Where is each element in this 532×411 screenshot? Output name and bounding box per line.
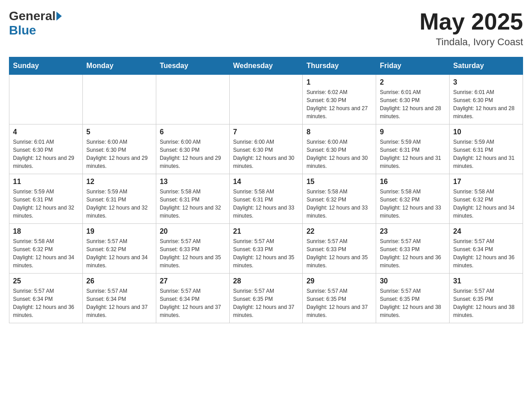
day-info: Sunrise: 5:59 AMSunset: 6:31 PMDaylight:… xyxy=(380,138,446,170)
day-info: Sunrise: 6:00 AMSunset: 6:30 PMDaylight:… xyxy=(233,138,299,170)
day-number: 20 xyxy=(160,227,226,235)
calendar-cell: 4Sunrise: 6:01 AMSunset: 6:30 PMDaylight… xyxy=(9,124,83,174)
day-number: 22 xyxy=(306,227,372,235)
calendar-cell: 2Sunrise: 6:01 AMSunset: 6:30 PMDaylight… xyxy=(376,75,450,124)
day-number: 28 xyxy=(233,277,299,285)
day-number: 9 xyxy=(380,128,446,136)
location-title: Tindala, Ivory Coast xyxy=(420,36,523,48)
day-info: Sunrise: 5:58 AMSunset: 6:32 PMDaylight:… xyxy=(13,237,79,270)
calendar-cell: 29Sunrise: 5:57 AMSunset: 6:35 PMDayligh… xyxy=(303,274,376,323)
calendar-table: SundayMondayTuesdayWednesdayThursdayFrid… xyxy=(9,57,523,323)
calendar-cell: 12Sunrise: 5:59 AMSunset: 6:31 PMDayligh… xyxy=(82,174,156,224)
day-info: Sunrise: 6:00 AMSunset: 6:30 PMDaylight:… xyxy=(86,138,152,170)
day-info: Sunrise: 5:57 AMSunset: 6:33 PMDaylight:… xyxy=(380,237,446,270)
calendar-cell: 13Sunrise: 5:58 AMSunset: 6:31 PMDayligh… xyxy=(156,174,229,224)
day-info: Sunrise: 5:58 AMSunset: 6:31 PMDaylight:… xyxy=(160,188,226,220)
day-info: Sunrise: 5:59 AMSunset: 6:31 PMDaylight:… xyxy=(453,138,519,170)
day-number: 17 xyxy=(453,178,519,186)
calendar-header-row: SundayMondayTuesdayWednesdayThursdayFrid… xyxy=(9,57,523,75)
day-info: Sunrise: 5:57 AMSunset: 6:33 PMDaylight:… xyxy=(233,237,299,270)
calendar-cell: 16Sunrise: 5:58 AMSunset: 6:32 PMDayligh… xyxy=(376,174,450,224)
calendar-cell: 11Sunrise: 5:59 AMSunset: 6:31 PMDayligh… xyxy=(9,174,83,224)
calendar-cell: 5Sunrise: 6:00 AMSunset: 6:30 PMDaylight… xyxy=(82,124,156,174)
page-header: General Blue May 2025 Tindala, Ivory Coa… xyxy=(9,9,523,48)
calendar-cell: 6Sunrise: 6:00 AMSunset: 6:30 PMDaylight… xyxy=(156,124,229,174)
day-info: Sunrise: 5:57 AMSunset: 6:35 PMDaylight:… xyxy=(306,287,372,319)
day-info: Sunrise: 5:57 AMSunset: 6:34 PMDaylight:… xyxy=(160,287,226,319)
day-info: Sunrise: 6:01 AMSunset: 6:30 PMDaylight:… xyxy=(453,88,519,120)
day-info: Sunrise: 5:57 AMSunset: 6:34 PMDaylight:… xyxy=(13,287,79,319)
calendar-week-row: 18Sunrise: 5:58 AMSunset: 6:32 PMDayligh… xyxy=(9,224,523,274)
day-number: 14 xyxy=(233,178,299,186)
day-number: 13 xyxy=(160,178,226,186)
day-number: 26 xyxy=(86,277,152,285)
title-block: May 2025 Tindala, Ivory Coast xyxy=(420,9,523,48)
calendar-cell xyxy=(9,75,83,124)
day-number: 8 xyxy=(306,128,372,136)
day-info: Sunrise: 5:57 AMSunset: 6:32 PMDaylight:… xyxy=(86,237,152,270)
calendar-cell: 31Sunrise: 5:57 AMSunset: 6:35 PMDayligh… xyxy=(450,274,523,323)
calendar-cell: 30Sunrise: 5:57 AMSunset: 6:35 PMDayligh… xyxy=(376,274,450,323)
calendar-cell: 23Sunrise: 5:57 AMSunset: 6:33 PMDayligh… xyxy=(376,224,450,274)
day-info: Sunrise: 5:57 AMSunset: 6:34 PMDaylight:… xyxy=(453,237,519,270)
day-number: 19 xyxy=(86,227,152,235)
logo: General Blue xyxy=(9,9,63,38)
calendar-cell: 20Sunrise: 5:57 AMSunset: 6:33 PMDayligh… xyxy=(156,224,229,274)
day-info: Sunrise: 5:57 AMSunset: 6:33 PMDaylight:… xyxy=(160,237,226,270)
day-number: 31 xyxy=(453,277,519,285)
day-info: Sunrise: 5:58 AMSunset: 6:32 PMDaylight:… xyxy=(380,188,446,220)
calendar-day-header: Monday xyxy=(82,57,156,75)
day-info: Sunrise: 5:57 AMSunset: 6:35 PMDaylight:… xyxy=(453,287,519,319)
logo-blue-text: Blue xyxy=(9,23,36,37)
day-number: 5 xyxy=(86,128,152,136)
day-info: Sunrise: 6:02 AMSunset: 6:30 PMDaylight:… xyxy=(306,88,372,120)
calendar-cell: 24Sunrise: 5:57 AMSunset: 6:34 PMDayligh… xyxy=(450,224,523,274)
calendar-day-header: Tuesday xyxy=(156,57,229,75)
calendar-cell: 15Sunrise: 5:58 AMSunset: 6:32 PMDayligh… xyxy=(303,174,376,224)
day-info: Sunrise: 5:57 AMSunset: 6:34 PMDaylight:… xyxy=(86,287,152,319)
calendar-day-header: Friday xyxy=(376,57,450,75)
calendar-cell: 22Sunrise: 5:57 AMSunset: 6:33 PMDayligh… xyxy=(303,224,376,274)
calendar-cell: 7Sunrise: 6:00 AMSunset: 6:30 PMDaylight… xyxy=(229,124,303,174)
calendar-cell: 25Sunrise: 5:57 AMSunset: 6:34 PMDayligh… xyxy=(9,274,83,323)
calendar-week-row: 1Sunrise: 6:02 AMSunset: 6:30 PMDaylight… xyxy=(9,75,523,124)
calendar-cell: 17Sunrise: 5:58 AMSunset: 6:32 PMDayligh… xyxy=(450,174,523,224)
day-number: 15 xyxy=(306,178,372,186)
day-number: 30 xyxy=(380,277,446,285)
calendar-cell: 26Sunrise: 5:57 AMSunset: 6:34 PMDayligh… xyxy=(82,274,156,323)
calendar-cell: 21Sunrise: 5:57 AMSunset: 6:33 PMDayligh… xyxy=(229,224,303,274)
day-info: Sunrise: 6:00 AMSunset: 6:30 PMDaylight:… xyxy=(160,138,226,170)
day-info: Sunrise: 5:59 AMSunset: 6:31 PMDaylight:… xyxy=(86,188,152,220)
day-number: 23 xyxy=(380,227,446,235)
day-number: 7 xyxy=(233,128,299,136)
day-number: 18 xyxy=(13,227,79,235)
calendar-cell: 9Sunrise: 5:59 AMSunset: 6:31 PMDaylight… xyxy=(376,124,450,174)
calendar-cell: 28Sunrise: 5:57 AMSunset: 6:35 PMDayligh… xyxy=(229,274,303,323)
logo-arrow-icon xyxy=(56,12,62,21)
day-number: 3 xyxy=(453,78,519,86)
day-number: 25 xyxy=(13,277,79,285)
day-info: Sunrise: 5:57 AMSunset: 6:33 PMDaylight:… xyxy=(306,237,372,270)
calendar-day-header: Sunday xyxy=(9,57,83,75)
day-number: 1 xyxy=(306,78,372,86)
day-info: Sunrise: 5:58 AMSunset: 6:31 PMDaylight:… xyxy=(233,188,299,220)
day-number: 29 xyxy=(306,277,372,285)
day-info: Sunrise: 6:00 AMSunset: 6:30 PMDaylight:… xyxy=(306,138,372,170)
day-info: Sunrise: 6:01 AMSunset: 6:30 PMDaylight:… xyxy=(380,88,446,120)
day-number: 11 xyxy=(13,178,79,186)
day-number: 2 xyxy=(380,78,446,86)
logo-general-text: General xyxy=(9,9,56,23)
calendar-day-header: Thursday xyxy=(303,57,376,75)
day-info: Sunrise: 5:58 AMSunset: 6:32 PMDaylight:… xyxy=(453,188,519,220)
calendar-cell: 27Sunrise: 5:57 AMSunset: 6:34 PMDayligh… xyxy=(156,274,229,323)
day-info: Sunrise: 6:01 AMSunset: 6:30 PMDaylight:… xyxy=(13,138,79,170)
calendar-cell: 3Sunrise: 6:01 AMSunset: 6:30 PMDaylight… xyxy=(450,75,523,124)
day-number: 10 xyxy=(453,128,519,136)
calendar-day-header: Saturday xyxy=(450,57,523,75)
day-number: 6 xyxy=(160,128,226,136)
calendar-cell: 14Sunrise: 5:58 AMSunset: 6:31 PMDayligh… xyxy=(229,174,303,224)
calendar-cell xyxy=(229,75,303,124)
month-title: May 2025 xyxy=(420,9,523,34)
calendar-cell: 19Sunrise: 5:57 AMSunset: 6:32 PMDayligh… xyxy=(82,224,156,274)
day-info: Sunrise: 5:59 AMSunset: 6:31 PMDaylight:… xyxy=(13,188,79,220)
